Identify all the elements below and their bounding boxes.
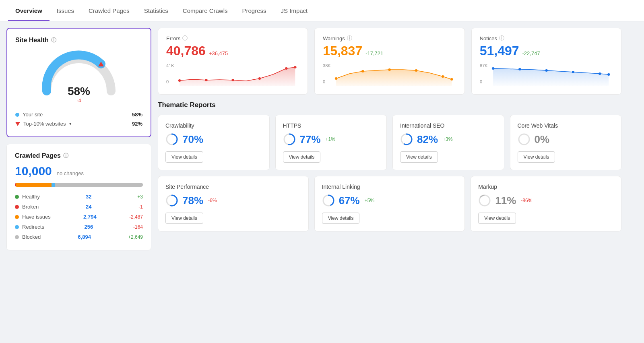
blocked-label: Blocked xyxy=(22,234,41,240)
svg-marker-12 xyxy=(336,70,452,86)
issues-label: Have issues xyxy=(22,214,51,220)
svg-point-6 xyxy=(231,79,234,81)
crawlability-score-row: 70% xyxy=(165,133,262,146)
svg-point-17 xyxy=(442,75,444,78)
notices-value: 51,497 xyxy=(480,43,519,58)
int-link-delta: +5% xyxy=(365,198,374,203)
warnings-delta: -17,721 xyxy=(365,50,383,56)
svg-point-25 xyxy=(572,71,574,73)
crawled-pages-progress-bar xyxy=(15,183,143,187)
thematic-reports-section: Thematic Reports Crawlability 70% View d… xyxy=(158,101,621,231)
svg-point-26 xyxy=(599,72,601,75)
svg-text:0: 0 xyxy=(480,80,482,84)
errors-main: 40,786 +36,475 xyxy=(166,43,299,58)
cwv-name: Core Web Vitals xyxy=(518,122,614,129)
stat-row-blocked: Blocked 6,894 +2,649 xyxy=(15,232,143,242)
warnings-chart: 38K 0 xyxy=(323,62,456,87)
svg-point-24 xyxy=(545,69,548,72)
intl-seo-view-details[interactable]: View details xyxy=(400,151,438,163)
healthy-dot xyxy=(15,195,19,199)
site-perf-percent: 78% xyxy=(182,194,203,207)
pb-issues xyxy=(16,183,52,187)
notices-info-icon[interactable]: ⓘ xyxy=(499,35,504,42)
stat-row-healthy: Healthy 32 +3 xyxy=(15,192,143,202)
broken-value: 24 xyxy=(86,204,91,210)
svg-point-14 xyxy=(361,70,364,72)
nav-item-compare-crawls[interactable]: Compare Crawls xyxy=(175,0,235,21)
metrics-row: Errors ⓘ 40,786 +36,475 41K 0 xyxy=(158,28,621,95)
topsites-chevron[interactable]: ▾ xyxy=(69,121,72,126)
gauge-delta: -4 xyxy=(68,98,90,103)
svg-point-27 xyxy=(607,73,610,76)
left-column: Site Health ⓘ 58% -4 xyxy=(6,28,151,250)
blocked-delta: +2,649 xyxy=(128,234,143,240)
issues-dot xyxy=(15,215,19,219)
https-view-details[interactable]: View details xyxy=(283,151,321,163)
warnings-info-icon[interactable]: ⓘ xyxy=(347,35,352,42)
https-delta: +1% xyxy=(326,136,335,142)
site-health-info-icon[interactable]: ⓘ xyxy=(51,37,56,44)
notices-main: 51,497 -22,747 xyxy=(480,43,613,58)
svg-text:0: 0 xyxy=(166,80,169,84)
warnings-main: 15,837 -17,721 xyxy=(323,43,456,58)
issues-delta: -2,487 xyxy=(129,214,143,220)
int-link-view-details[interactable]: View details xyxy=(322,213,360,224)
healthy-delta: +3 xyxy=(137,194,143,200)
svg-point-23 xyxy=(518,68,521,70)
https-percent: 77% xyxy=(300,133,321,146)
report-https: HTTPS 77% +1% View details xyxy=(275,115,387,170)
intl-seo-circle xyxy=(400,133,413,146)
healthy-value: 32 xyxy=(86,194,91,200)
report-site-performance: Site Performance 78% -6% View details xyxy=(158,176,309,231)
crawlability-view-details[interactable]: View details xyxy=(165,151,203,163)
site-perf-view-details[interactable]: View details xyxy=(165,213,203,224)
svg-marker-21 xyxy=(493,68,609,86)
gauge-container: 58% -4 xyxy=(15,49,142,103)
redirects-delta: -164 xyxy=(133,224,143,230)
crawled-pages-info-icon[interactable]: ⓘ xyxy=(63,152,68,159)
site-health-title: Site Health ⓘ xyxy=(15,37,142,44)
markup-delta: -86% xyxy=(521,198,532,203)
topsites-label: Top-10% websites xyxy=(23,121,66,127)
errors-chart: 41K 0 xyxy=(166,62,299,87)
svg-point-34 xyxy=(519,134,529,145)
broken-dot xyxy=(15,205,19,209)
intl-seo-percent: 82% xyxy=(417,133,438,146)
healthy-label: Healthy xyxy=(22,194,40,200)
svg-text:41K: 41K xyxy=(166,64,174,68)
svg-text:38K: 38K xyxy=(323,64,331,68)
gauge-percent: 58% xyxy=(68,85,90,98)
crawlability-name: Crawlability xyxy=(165,122,262,129)
yoursite-dot xyxy=(15,113,19,117)
nav-item-crawled-pages[interactable]: Crawled Pages xyxy=(81,0,137,21)
errors-value: 40,786 xyxy=(166,43,206,58)
nav-item-js-impact[interactable]: JS Impact xyxy=(274,0,315,21)
redirects-value: 256 xyxy=(85,224,93,230)
svg-point-7 xyxy=(258,77,261,80)
notices-card: Notices ⓘ 51,497 -22,747 87K 0 xyxy=(471,28,621,95)
notices-chart: 87K 0 xyxy=(480,62,613,87)
redirects-label: Redirects xyxy=(22,224,44,230)
errors-label-text: Errors xyxy=(166,35,180,41)
nav-item-overview[interactable]: Overview xyxy=(8,0,50,21)
cwv-view-details[interactable]: View details xyxy=(518,151,555,163)
nav-item-progress[interactable]: Progress xyxy=(235,0,274,21)
svg-point-8 xyxy=(285,67,288,70)
notices-label-text: Notices xyxy=(480,35,497,41)
site-legend-topsites: Top-10% websites ▾ 92% xyxy=(15,119,142,128)
main-content: Site Health ⓘ 58% -4 xyxy=(0,21,628,257)
svg-point-13 xyxy=(335,77,338,80)
markup-view-details[interactable]: View details xyxy=(478,213,516,224)
blocked-dot xyxy=(15,235,19,239)
errors-info-icon[interactable]: ⓘ xyxy=(182,35,188,42)
nav-bar: Overview Issues Crawled Pages Statistics… xyxy=(0,0,644,21)
intl-seo-delta: +3% xyxy=(443,136,452,142)
crawled-pages-label: Crawled Pages xyxy=(15,152,61,159)
topsites-value: 92% xyxy=(132,121,142,127)
site-perf-score-row: 78% -6% xyxy=(165,194,301,207)
svg-point-18 xyxy=(450,78,453,81)
warnings-card: Warnings ⓘ 15,837 -17,721 38K 0 xyxy=(314,28,464,95)
nav-item-statistics[interactable]: Statistics xyxy=(137,0,175,21)
nav-item-issues[interactable]: Issues xyxy=(50,0,81,21)
report-core-web-vitals: Core Web Vitals 0% View details xyxy=(510,115,622,170)
